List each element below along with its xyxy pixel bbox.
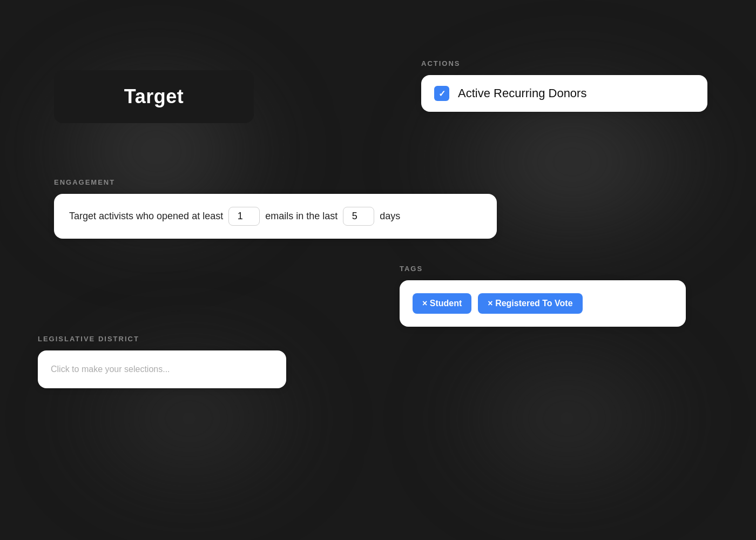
engagement-row: Target activists who opened at least ema… (54, 194, 497, 239)
tag-registered-to-vote[interactable]: × Registered To Vote (478, 293, 582, 314)
tags-card: TAGS × Student × Registered To Vote (400, 265, 686, 327)
engagement-prefix: Target activists who opened at least (69, 211, 223, 222)
action-checkbox[interactable] (434, 86, 449, 101)
actions-card: ACTIONS Active Recurring Donors (421, 59, 707, 112)
engagement-section-label: ENGAGEMENT (54, 178, 497, 186)
legislative-section-label: LEGISLATIVE DISTRICT (38, 335, 286, 343)
engagement-card: ENGAGEMENT Target activists who opened a… (54, 178, 497, 239)
tag-student[interactable]: × Student (413, 293, 471, 314)
target-button[interactable]: Target (54, 70, 254, 123)
engagement-middle: emails in the last (265, 211, 338, 222)
page-container: Target ACTIONS Active Recurring Donors E… (0, 0, 756, 540)
tags-container: × Student × Registered To Vote (400, 280, 686, 327)
tag-registered-label: × Registered To Vote (488, 299, 572, 308)
actions-section-label: ACTIONS (421, 59, 707, 68)
tag-student-label: × Student (422, 299, 462, 308)
target-card: Target (54, 70, 254, 123)
tags-section-label: TAGS (400, 265, 686, 273)
engagement-days-input[interactable] (343, 207, 374, 226)
engagement-suffix: days (380, 211, 400, 222)
action-item[interactable]: Active Recurring Donors (421, 75, 707, 112)
legislative-placeholder: Click to make your selections... (51, 364, 170, 374)
content-layer: Target ACTIONS Active Recurring Donors E… (0, 0, 756, 540)
legislative-district-card: LEGISLATIVE DISTRICT Click to make your … (38, 335, 286, 388)
legislative-input[interactable]: Click to make your selections... (38, 350, 286, 388)
engagement-count-input[interactable] (228, 207, 260, 226)
action-label: Active Recurring Donors (458, 86, 586, 100)
